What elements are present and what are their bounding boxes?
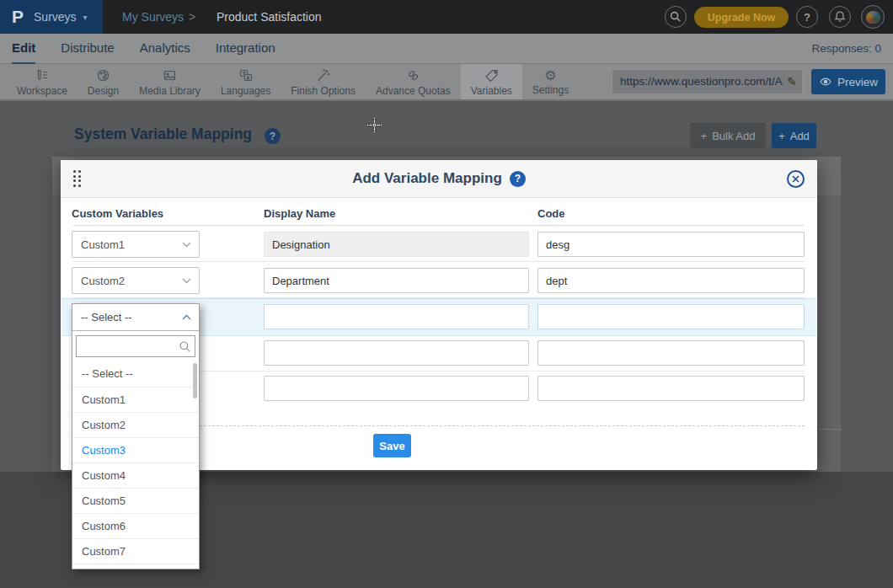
bulk-add-button[interactable]: + Bulk Add [690,123,766,148]
toolbar-item-advance-quotas[interactable]: Advance Quotas [366,64,461,99]
dropdown-option-custom4[interactable]: Custom4 [72,462,199,488]
toolbar-item-variables[interactable]: Variables [461,64,522,99]
code-input-row3[interactable] [537,304,805,329]
display-name-input-row4[interactable] [264,340,529,366]
add-button[interactable]: + Add [772,123,816,148]
dropdown-option-custom3[interactable]: Custom3 [72,437,199,462]
dropdown-option-custom6[interactable]: Custom6 [72,513,199,538]
breadcrumb-parent[interactable]: My Surveys [122,0,184,34]
dropdown-scrollbar[interactable] [193,363,197,398]
toolbar-label: Design [88,85,119,97]
dropdown-option-custom5[interactable]: Custom5 [72,488,199,513]
toolbar-item-settings[interactable]: ⚙ Settings [522,64,579,99]
top-bar: P Surveys ▾ My Surveys > Product Satisfa… [0,0,893,34]
upgrade-now-button[interactable]: Upgrade Now [694,7,789,28]
tab-integration[interactable]: Integration [216,34,275,64]
variable-select-value: Custom1 [81,238,125,251]
dropdown-search-box [76,335,195,357]
dropdown-search-input[interactable] [77,336,195,356]
eye-icon [819,75,832,88]
code-input-row4[interactable] [537,340,805,366]
languages-icon [238,67,254,83]
code-input-row5[interactable] [537,376,805,401]
add-label: Add [790,130,810,142]
tab-analytics[interactable]: Analytics [140,34,190,64]
toolbar-item-workspace[interactable]: Workspace [7,64,78,99]
column-header-code: Code [537,207,565,220]
product-menu-label: Surveys [34,10,77,24]
dropdown-options-list: -- Select -- Custom1 Custom2 Custom3 Cus… [72,361,199,569]
code-input-row2[interactable] [537,268,805,293]
dropdown-option-select[interactable]: -- Select -- [72,361,199,387]
design-icon [95,67,111,83]
tab-distribute[interactable]: Distribute [61,34,114,64]
toolbar-label: Languages [221,85,270,97]
app-window: P Surveys ▾ My Surveys > Product Satisfa… [0,0,893,588]
notifications-button[interactable] [829,6,851,28]
toolbar-item-languages[interactable]: Languages [211,64,281,99]
page-help-icon[interactable]: ? [265,128,281,144]
search-icon [668,9,683,24]
close-icon [792,175,799,183]
breadcrumb-current: Product Satisfaction [217,0,322,34]
close-button[interactable] [787,170,805,188]
display-name-input-row5[interactable] [264,376,529,401]
plus-icon: + [701,130,708,142]
dropdown-search-row [72,331,199,361]
responses-count: Responses: 0 [811,34,881,64]
chevron-up-icon [182,314,191,320]
search-button[interactable] [665,6,687,28]
display-name-input-row1[interactable] [264,232,529,257]
upgrade-now-label: Upgrade Now [708,12,776,24]
display-name-input-row3[interactable] [264,304,529,329]
dialog-title: Add Variable Mapping [352,170,502,187]
avatar-image [866,11,880,24]
bell-icon [832,9,848,24]
dropdown-option-custom1[interactable]: Custom1 [72,387,199,412]
preview-button[interactable]: Preview [811,69,885,94]
variable-select-row3-open[interactable]: -- Select -- [72,304,199,331]
chevron-down-icon [182,242,191,248]
save-button[interactable]: Save [373,434,411,457]
page-title: System Variable Mapping [74,126,252,143]
variable-select-value: Custom2 [81,275,125,287]
toolbar-item-media-library[interactable]: Media Library [129,64,211,99]
toolbar-label: Media Library [139,85,201,97]
code-input-row1[interactable] [537,232,805,257]
dialog-help-icon[interactable]: ? [510,171,526,187]
caret-down-icon: ▾ [83,13,88,22]
nav-tabs: Edit Distribute Analytics Integration [0,34,893,64]
chevron-down-icon [182,278,191,284]
toolbar-item-finish-options[interactable]: Finish Options [281,64,366,99]
dialog-header: Add Variable Mapping ? [61,160,817,198]
help-button[interactable]: ? [796,6,818,28]
variable-select-row2[interactable]: Custom2 [72,267,200,294]
product-menu[interactable]: P Surveys ▾ [0,0,103,34]
finish-options-icon [315,67,331,83]
preview-label: Preview [837,76,878,88]
variable-dropdown-panel: -- Select -- -- Select -- Custom1 Custom… [72,303,200,569]
mouse-move-cursor [366,116,383,134]
bulk-add-label: Bulk Add [712,130,755,142]
workspace-icon [34,67,50,83]
toolbar-item-design[interactable]: Design [78,64,129,99]
column-header-display-name: Display Name [264,207,335,220]
edit-url-icon[interactable]: ✎ [787,70,797,94]
dropdown-option-partial [72,564,199,569]
toolbar-label: Advance Quotas [376,85,451,97]
dropdown-option-custom7[interactable]: Custom7 [72,538,199,564]
user-avatar[interactable] [861,5,885,29]
variable-select-value: -- Select -- [81,311,132,323]
toolbar-label: Variables [471,85,512,97]
breadcrumb-separator: > [189,0,195,34]
questionpro-logo-icon: P [12,0,24,34]
display-name-input-row2[interactable] [264,268,529,293]
advance-quotas-icon [405,67,421,83]
survey-url-field[interactable]: https://www.questionpro.com/t/A ✎ [612,69,803,94]
dropdown-option-custom2[interactable]: Custom2 [72,412,199,437]
variable-select-row1[interactable]: Custom1 [72,231,200,258]
tab-edit[interactable]: Edit [12,34,35,64]
drag-handle-icon[interactable] [73,170,81,187]
toolbar-label: Finish Options [291,85,356,97]
magnifier-icon [178,339,192,354]
